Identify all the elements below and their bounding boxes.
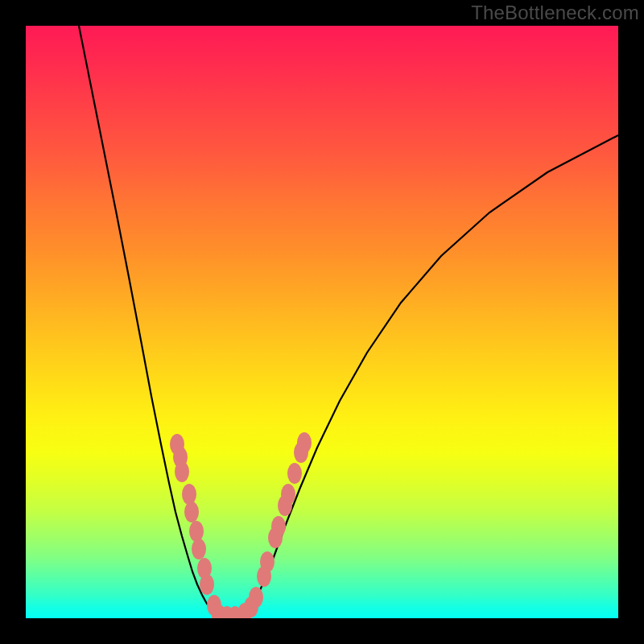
bead-marker bbox=[249, 587, 263, 608]
bead-marker bbox=[297, 432, 312, 453]
bottleneck-curve bbox=[79, 26, 618, 617]
chart-frame: TheBottleneck.com bbox=[0, 0, 644, 644]
chart-plot-area bbox=[26, 26, 618, 618]
bead-marker bbox=[260, 551, 275, 572]
bead-markers bbox=[170, 432, 312, 618]
bead-marker bbox=[182, 484, 196, 505]
bead-marker bbox=[184, 502, 199, 522]
bead-marker bbox=[175, 461, 189, 482]
bead-marker bbox=[200, 574, 214, 595]
bead-marker bbox=[287, 463, 302, 484]
chart-svg bbox=[26, 26, 618, 618]
watermark-text: TheBottleneck.com bbox=[471, 2, 639, 24]
bead-marker bbox=[281, 484, 295, 505]
bead-marker bbox=[189, 521, 204, 542]
bead-marker bbox=[192, 539, 206, 559]
bead-marker bbox=[271, 516, 286, 537]
